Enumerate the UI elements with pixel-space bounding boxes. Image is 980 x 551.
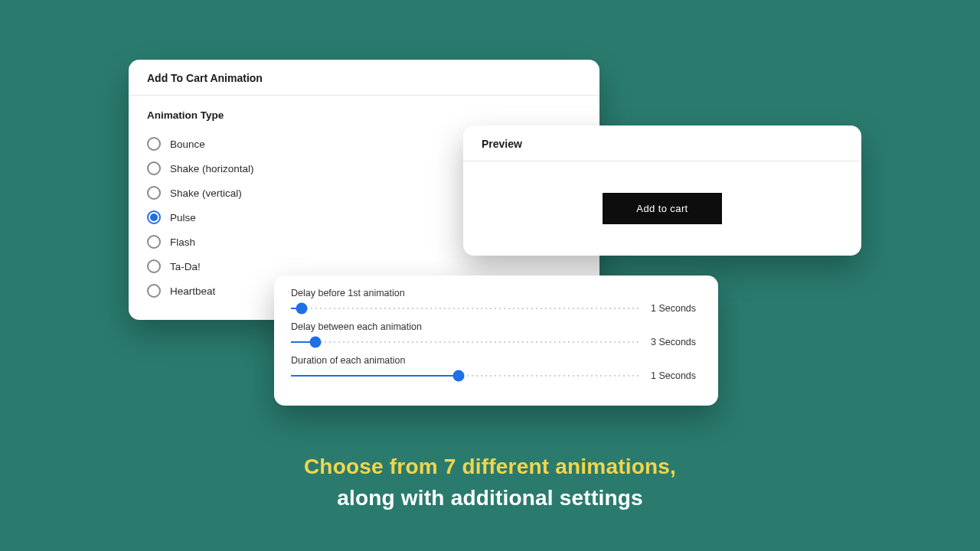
slider-thumb[interactable] [452, 370, 464, 382]
slider-track[interactable] [291, 375, 640, 377]
slider: Delay between each animation3 Seconds [291, 321, 701, 347]
radio-icon [147, 259, 161, 273]
add-to-cart-button[interactable]: Add to cart [603, 193, 721, 224]
radio-icon [147, 186, 161, 200]
preview-body: Add to cart [463, 161, 861, 255]
timing-sliders-card: Delay before 1st animation1 SecondsDelay… [274, 276, 718, 406]
preview-card: Preview Add to cart [463, 126, 861, 256]
slider-value: 1 Seconds [651, 370, 701, 381]
slider-label: Delay before 1st animation [291, 288, 701, 298]
slider-thumb[interactable] [296, 303, 307, 315]
slider-track[interactable] [291, 308, 640, 309]
animation-type-option-label: Bounce [170, 139, 205, 150]
radio-icon [147, 137, 161, 151]
animation-type-option-label: Ta-Da! [170, 261, 201, 272]
slider: Duration of each animation1 Seconds [291, 355, 701, 381]
caption-line-2: along with additional settings [0, 483, 980, 514]
caption-line-1: Choose from 7 different animations, [0, 452, 980, 483]
animation-type-option-label: Heartbeat [170, 285, 215, 297]
radio-icon [147, 235, 161, 249]
slider-label: Duration of each animation [291, 355, 701, 366]
animation-type-option-label: Flash [170, 236, 195, 248]
slider-value: 3 Seconds [651, 337, 701, 347]
marketing-caption: Choose from 7 different animations, alon… [0, 452, 980, 514]
animation-type-label: Animation Type [147, 109, 581, 121]
radio-icon [147, 161, 161, 175]
slider-label: Delay between each animation [291, 321, 701, 332]
animation-card-title: Add To Cart Animation [129, 60, 599, 96]
preview-card-title: Preview [463, 126, 861, 161]
radio-icon [147, 284, 161, 298]
slider-track[interactable] [291, 341, 640, 343]
slider: Delay before 1st animation1 Seconds [291, 288, 701, 314]
slider-value: 1 Seconds [651, 303, 701, 314]
slider-thumb[interactable] [309, 337, 321, 348]
radio-icon [147, 210, 161, 224]
animation-type-option-label: Pulse [170, 212, 196, 223]
animation-type-option-label: Shake (vertical) [170, 187, 242, 199]
animation-type-option-label: Shake (horizontal) [170, 163, 254, 174]
